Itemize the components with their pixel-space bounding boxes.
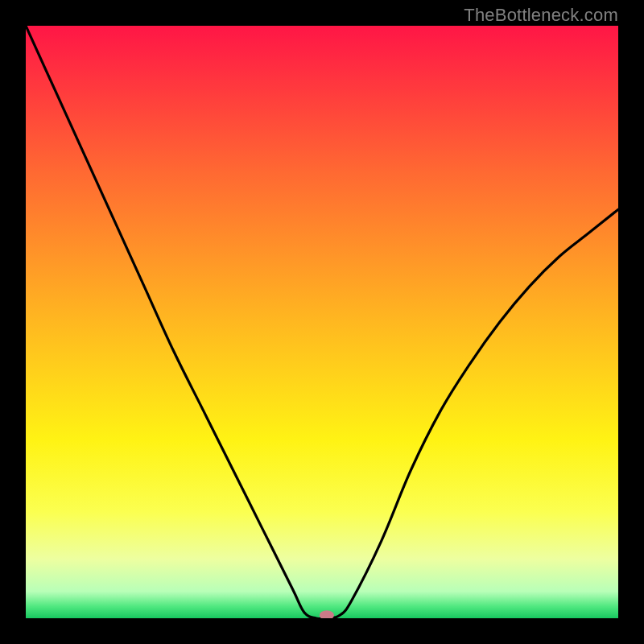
plot-area — [26, 26, 618, 618]
attribution-text: TheBottleneck.com — [464, 5, 618, 26]
gradient-background — [26, 26, 618, 618]
chart-frame: TheBottleneck.com — [0, 0, 644, 644]
bottleneck-chart — [26, 26, 618, 618]
